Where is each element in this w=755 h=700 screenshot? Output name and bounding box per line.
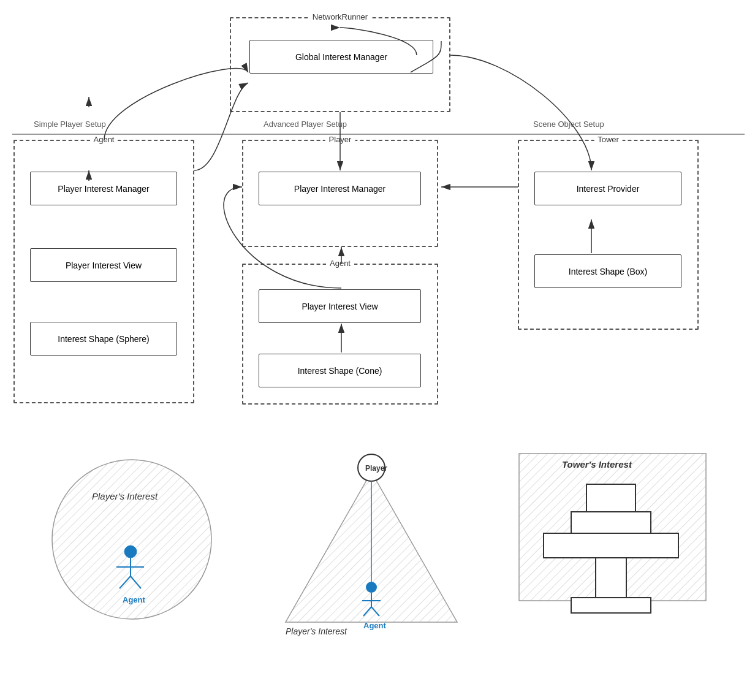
player-interest-manager-simple-box: Player Interest Manager — [30, 172, 177, 205]
svg-text:Player: Player — [365, 464, 387, 473]
cone-text: Interest Shape (Cone) — [298, 366, 382, 376]
svg-rect-29 — [571, 512, 651, 533]
pim-simple-text: Player Interest Manager — [58, 184, 149, 194]
global-interest-manager-text: Global Interest Manager — [295, 52, 387, 62]
piv-simple-text: Player Interest View — [66, 261, 142, 270]
sphere-text: Interest Shape (Sphere) — [58, 334, 149, 344]
svg-text:Player's Interest: Player's Interest — [286, 626, 347, 636]
box-text: Interest Shape (Box) — [569, 267, 647, 276]
cone-svg: Player Player's Interest Agent — [267, 444, 469, 653]
svg-text:Player's Interest: Player's Interest — [92, 491, 158, 501]
interest-shape-cone-box: Interest Shape (Cone) — [259, 354, 421, 387]
tower-label: Tower — [594, 135, 623, 144]
piv-advanced-text: Player Interest View — [302, 302, 378, 311]
network-runner-label: NetworkRunner — [309, 12, 371, 21]
player-interest-view-simple-box: Player Interest View — [30, 248, 177, 282]
svg-text:Tower's Interest: Tower's Interest — [562, 459, 632, 470]
interest-provider-box: Interest Provider — [534, 172, 681, 205]
circle-svg: Player's Interest Agent — [40, 444, 224, 634]
tower-illustration: Tower's Interest — [513, 444, 715, 647]
pim-advanced-text: Player Interest Manager — [294, 184, 385, 194]
agent-simple-label: Agent — [90, 135, 118, 144]
tower-box: Tower Interest Provider Interest Shape (… — [518, 140, 699, 330]
player-interest-manager-advanced-box: Player Interest Manager — [259, 172, 421, 205]
cone-illustration: Player Player's Interest Agent — [267, 444, 469, 653]
interest-shape-box-box: Interest Shape (Box) — [534, 254, 681, 288]
illustration-area: Player's Interest Agent — [0, 432, 755, 700]
svg-point-6 — [124, 546, 137, 558]
agent-advanced-label: Agent — [326, 259, 354, 268]
svg-text:Agent: Agent — [363, 621, 387, 630]
scene-object-label: Scene Object Setup — [533, 120, 604, 129]
simple-player-label: Simple Player Setup — [34, 120, 106, 129]
agent-advanced-box: Agent Player Interest View Interest Shap… — [242, 264, 438, 405]
agent-simple-box: Agent Player Interest Manager Player Int… — [13, 140, 194, 403]
divider-line — [12, 134, 745, 135]
svg-rect-28 — [586, 484, 635, 512]
global-interest-manager-box: Global Interest Manager — [249, 40, 433, 74]
player-interest-view-advanced-box: Player Interest View — [259, 289, 421, 323]
player-advanced-box: Player Player Interest Manager — [242, 140, 438, 247]
diagram-container: Simple Player Setup Advanced Player Setu… — [0, 0, 755, 700]
svg-text:Agent: Agent — [123, 595, 146, 604]
network-runner-box: NetworkRunner Global Interest Manager — [230, 17, 450, 112]
svg-rect-31 — [596, 558, 626, 598]
interest-shape-sphere-box: Interest Shape (Sphere) — [30, 322, 177, 356]
svg-rect-32 — [571, 598, 651, 613]
tower-svg: Tower's Interest — [513, 444, 715, 647]
svg-point-18 — [366, 582, 377, 593]
player-advanced-label: Player — [325, 135, 355, 144]
svg-rect-30 — [544, 533, 678, 558]
advanced-player-label: Advanced Player Setup — [264, 120, 347, 129]
circle-illustration: Player's Interest Agent — [40, 444, 224, 634]
interest-provider-text: Interest Provider — [577, 184, 640, 194]
